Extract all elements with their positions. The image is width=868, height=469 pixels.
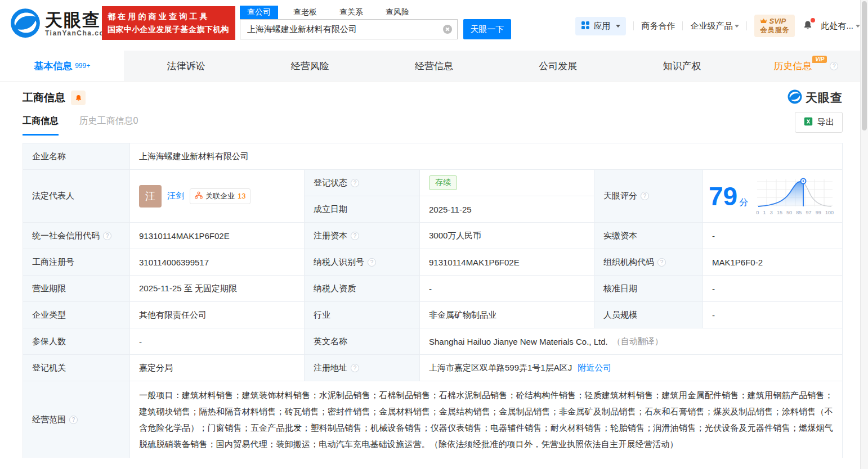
establish-date-label: 成立日期 — [305, 196, 420, 223]
tab-basic-info[interactable]: 基本信息 999+ — [0, 51, 124, 81]
subscribe-bell-icon[interactable] — [71, 91, 86, 105]
table-row: 法定代表人 汪 汪剑 关联企业 — [23, 170, 842, 223]
taxpayer-id-value: 91310114MAK1P6F02E — [420, 249, 594, 276]
org-code-value: MAK1P6F0-2 — [703, 249, 842, 276]
tianyan-score-value: 79 — [709, 182, 737, 211]
chevron-down-icon — [856, 25, 860, 28]
business-info-card: 工商信息 天眼查 — [0, 82, 868, 458]
table-row: 工商注册号 310114006399517 纳税人识别号? 91310114MA… — [23, 249, 842, 276]
paid-capital-value: - — [703, 223, 842, 249]
search-tab-relation[interactable]: 查关系 — [332, 6, 370, 19]
table-row: 参保人数 - 英文名称 Shanghai Hailuo Jianye New M… — [23, 328, 842, 355]
taxpayer-qualification-value: - — [420, 276, 594, 302]
registry-office-value: 嘉定分局 — [130, 355, 305, 381]
search-input[interactable] — [240, 19, 458, 39]
logo-title: 天眼查 — [45, 11, 111, 29]
score-distribution-chart: 01 315 5085 9799 100 — [756, 177, 834, 215]
menu-enterprise[interactable]: 企业级产品 — [690, 21, 739, 31]
registered-address-value: 上海市嘉定区双单路599弄1号1层A区J — [429, 363, 572, 373]
search-tab-risk[interactable]: 查风险 — [378, 6, 417, 19]
search-tab-company[interactable]: 查公司 — [240, 6, 278, 19]
english-name-value: Shanghai Hailuo Jianye New Materials Co.… — [429, 337, 608, 346]
legal-rep-avatar[interactable]: 汪 — [139, 185, 162, 208]
credit-code-value: 91310114MAK1P6F02E — [130, 223, 305, 249]
tianyancha-swirl-icon — [788, 89, 802, 106]
excel-icon — [803, 116, 813, 128]
score-label: 天眼评分 — [603, 191, 637, 201]
establish-date-value: 2025-11-25 — [420, 196, 594, 223]
logo-domain: TianYanCha.com — [45, 29, 111, 37]
help-icon[interactable]: ? — [830, 62, 838, 70]
company-nav-tabs: 基本信息 999+ 法律诉讼 经营风险 经营信息 公司发展 知识产权 历史信息 … — [0, 51, 868, 82]
insured-count-value: - — [130, 328, 305, 355]
chevron-down-icon — [616, 25, 620, 28]
section-title: 工商信息 — [23, 91, 65, 105]
account-menu[interactable]: 此处有... — [821, 21, 860, 31]
promo-line1: 都在用的商业查询工具 — [108, 10, 230, 23]
table-row: 企业类型 其他有限责任公司 行业 非金属矿物制品业 人员规模 - — [23, 302, 842, 328]
search-tab-boss[interactable]: 查老板 — [286, 6, 324, 19]
reg-status-label: 登记状态 — [314, 178, 347, 188]
tab-history-info[interactable]: 历史信息 VIP ? — [744, 51, 868, 81]
tab-operation-risk[interactable]: 经营风险 — [248, 51, 372, 81]
search-block: 查公司 查老板 查关系 查风险 天眼一下 — [240, 4, 511, 39]
tianyancha-watermark: 天眼查 — [788, 89, 843, 106]
tab-operation-info[interactable]: 经营信息 — [372, 51, 496, 81]
export-button[interactable]: 导出 — [795, 112, 843, 133]
notification-bell-icon[interactable] — [802, 20, 813, 33]
vip-badge: VIP — [812, 56, 827, 63]
legal-rep-label: 法定代表人 — [23, 170, 130, 223]
scrollbar[interactable] — [860, 0, 868, 469]
help-icon[interactable]: ? — [657, 258, 666, 267]
registration-number-value: 310114006399517 — [130, 249, 305, 276]
page: 天眼查 TianYanCha.com 都在用的商业查询工具 国家中小企业发展子基… — [0, 0, 868, 469]
related-companies-badge[interactable]: 关联企业 13 — [190, 188, 250, 204]
scrollbar-thumb[interactable] — [862, 1, 867, 130]
org-chart-icon — [195, 191, 203, 201]
tianyancha-swirl-icon — [10, 8, 41, 40]
help-icon[interactable]: ? — [351, 232, 359, 240]
clear-search-icon[interactable] — [443, 25, 452, 34]
help-icon[interactable]: ? — [351, 364, 359, 372]
table-row: 企业名称 上海海螺建业新材料有限公司 — [23, 143, 842, 170]
status-badge: 存续 — [429, 175, 457, 190]
legal-rep-link[interactable]: 汪剑 — [167, 191, 184, 201]
nearby-companies-link[interactable]: 附近公司 — [578, 363, 611, 373]
table-row: 经营范围? 一般项目：建筑材料销售；建筑装饰材料销售；水泥制品销售；石棉制品销售… — [23, 381, 842, 458]
svip-member-button[interactable]: SVIP 会员服务 — [754, 15, 795, 37]
business-scope-value: 一般项目：建筑材料销售；建筑装饰材料销售；水泥制品销售；石棉制品销售；石棉水泥制… — [130, 381, 842, 458]
chevron-down-icon — [735, 25, 739, 28]
subtab-business-info[interactable]: 工商信息 — [23, 115, 59, 136]
approval-date-value: - — [703, 276, 842, 302]
notification-dot — [811, 18, 815, 22]
auto-translate-note: （自动翻译） — [612, 336, 663, 347]
staff-size-value: - — [703, 302, 842, 328]
apps-label: 应用 — [593, 21, 610, 31]
tab-intellectual-property[interactable]: 知识产权 — [620, 51, 744, 81]
help-icon[interactable]: ? — [103, 232, 111, 240]
help-icon[interactable]: ? — [368, 258, 376, 267]
company-type-value: 其他有限责任公司 — [130, 302, 305, 328]
tianyancha-logo[interactable]: 天眼查 TianYanCha.com — [10, 8, 111, 40]
help-icon[interactable]: ? — [69, 416, 78, 424]
industry-value: 非金属矿物制品业 — [420, 302, 594, 328]
tab-count-badge: 999+ — [75, 62, 90, 70]
tab-legal-litigation[interactable]: 法律诉讼 — [124, 51, 248, 81]
help-icon[interactable]: ? — [641, 192, 649, 200]
company-name-label: 企业名称 — [23, 143, 130, 170]
table-row: 登记机关 嘉定分局 注册地址? 上海市嘉定区双单路599弄1号1层A区J 附近公… — [23, 355, 842, 381]
crown-icon — [760, 17, 767, 25]
search-button[interactable]: 天眼一下 — [463, 19, 511, 39]
score-chart-ticks: 01 315 5085 9799 100 — [756, 210, 834, 215]
header-menu: 应用 商务合作 企业级产品 SVIP 会员服务 — [575, 15, 860, 37]
registered-capital-value: 3000万人民币 — [420, 223, 594, 249]
table-row: 统一社会信用代码? 91310114MAK1P6F02E 注册资本? 3000万… — [23, 223, 842, 249]
menu-cooperation[interactable]: 商务合作 — [641, 21, 675, 31]
tab-company-development[interactable]: 公司发展 — [496, 51, 620, 81]
search-tabs: 查公司 查老板 查关系 查风险 — [240, 4, 511, 19]
apps-menu[interactable]: 应用 — [575, 17, 626, 35]
promo-line2: 国家中小企业发展子基金旗下机构 — [108, 23, 230, 36]
help-icon[interactable]: ? — [351, 179, 359, 187]
subtab-history-business-info[interactable]: 历史工商信息0 — [79, 115, 138, 134]
apps-grid-icon — [581, 21, 590, 31]
